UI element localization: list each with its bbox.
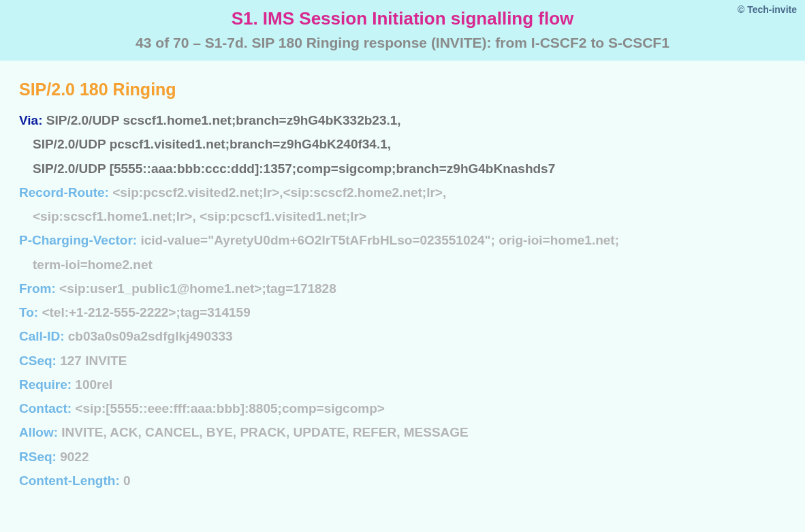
content-length-header: Content-Length: 0 (19, 469, 786, 492)
from-label: From: (19, 281, 56, 296)
allow-header: Allow: INVITE, ACK, CANCEL, BYE, PRACK, … (19, 421, 786, 443)
header-banner: S1. IMS Session Initiation signalling fl… (0, 0, 805, 61)
require-label: Require: (19, 377, 72, 392)
allow-label: Allow: (19, 425, 58, 439)
via-value-3: SIP/2.0/UDP [5555::aaa:bbb:ccc:ddd]:1357… (33, 161, 555, 176)
via-cont-1: SIP/2.0/UDP pcscf1.visited1.net;branch=z… (19, 133, 786, 155)
p-charging-vector-value-1: icid-value="AyretyU0dm+6O2IrT5tAFrbHLso=… (140, 233, 619, 247)
record-route-cont: <sip:scscf1.home1.net;lr>, <sip:pcscf1.v… (19, 205, 786, 228)
p-charging-vector-value-2: term-ioi=home2.net (33, 257, 153, 272)
sip-message-content: SIP/2.0 180 Ringing Via: SIP/2.0/UDP scs… (0, 61, 805, 507)
to-label: To: (19, 305, 38, 319)
cseq-label: CSeq: (19, 354, 57, 368)
p-charging-vector-label: P-Charging-Vector: (19, 233, 137, 247)
record-route-header: Record-Route: <sip:pcscf2.visited2.net;l… (19, 181, 786, 204)
contact-value: <sip:[5555::eee:fff:aaa:bbb]:8805;comp=s… (75, 401, 385, 416)
record-route-value-1: <sip:pcscf2.visited2.net;lr>,<sip:scscf2… (112, 185, 446, 200)
record-route-label: Record-Route: (19, 185, 109, 200)
via-value-2: SIP/2.0/UDP pcscf1.visited1.net;branch=z… (33, 137, 391, 151)
contact-header: Contact: <sip:[5555::eee:fff:aaa:bbb]:88… (19, 397, 786, 420)
p-charging-vector-cont: term-ioi=home2.net (19, 253, 786, 276)
sip-status-line: SIP/2.0 180 Ringing (19, 80, 786, 99)
via-cont-2: SIP/2.0/UDP [5555::aaa:bbb:ccc:ddd]:1357… (19, 157, 786, 180)
allow-value: INVITE, ACK, CANCEL, BYE, PRACK, UPDATE,… (61, 425, 469, 439)
page-subtitle: 43 of 70 – S1-7d. SIP 180 Ringing respon… (0, 35, 805, 51)
rseq-label: RSeq: (19, 450, 57, 464)
to-value: <tel:+1-212-555-2222>;tag=314159 (42, 305, 250, 319)
from-value: <sip:user1_public1@home1.net>;tag=171828 (59, 281, 336, 296)
p-charging-vector-header: P-Charging-Vector: icid-value="AyretyU0d… (19, 229, 786, 251)
call-id-label: Call-ID: (19, 329, 65, 343)
via-header: Via: SIP/2.0/UDP scscf1.home1.net;branch… (19, 109, 786, 131)
record-route-value-2: <sip:scscf1.home1.net;lr>, <sip:pcscf1.v… (33, 209, 366, 223)
cseq-value: 127 INVITE (60, 354, 127, 368)
require-header: Require: 100rel (19, 373, 786, 396)
to-header: To: <tel:+1-212-555-2222>;tag=314159 (19, 301, 786, 324)
content-length-label: Content-Length: (19, 473, 120, 488)
via-label: Via: (19, 113, 43, 127)
via-value-1: SIP/2.0/UDP scscf1.home1.net;branch=z9hG… (46, 113, 401, 127)
copyright-label: © Tech-invite (738, 4, 797, 15)
page-title: S1. IMS Session Initiation signalling fl… (0, 8, 805, 29)
call-id-header: Call-ID: cb03a0s09a2sdfglkj490333 (19, 325, 786, 347)
rseq-header: RSeq: 9022 (19, 445, 786, 468)
call-id-value: cb03a0s09a2sdfglkj490333 (68, 329, 233, 343)
from-header: From: <sip:user1_public1@home1.net>;tag=… (19, 277, 786, 300)
contact-label: Contact: (19, 401, 72, 416)
rseq-value: 9022 (60, 450, 89, 464)
content-length-value: 0 (123, 473, 131, 488)
cseq-header: CSeq: 127 INVITE (19, 349, 786, 372)
require-value: 100rel (75, 377, 112, 392)
